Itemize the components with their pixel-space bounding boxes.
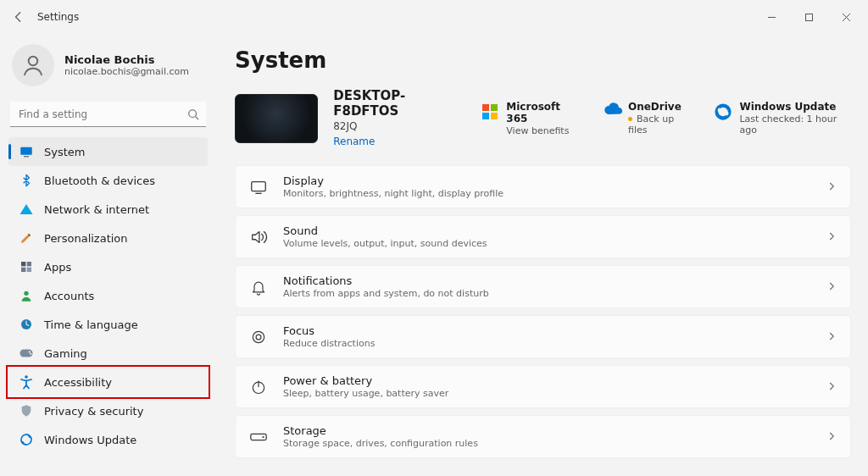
page-title: System	[235, 47, 851, 73]
sidebar: Nicolae Bochis nicolae.bochis@gmail.com …	[0, 34, 216, 476]
svg-point-27	[256, 335, 261, 340]
sound-icon	[249, 228, 268, 246]
card-title: Sound	[283, 224, 811, 237]
profile[interactable]: Nicolae Bochis nicolae.bochis@gmail.com	[8, 39, 208, 98]
minimize-button[interactable]	[753, 3, 790, 30]
tile-subtitle: Back up files	[628, 113, 692, 136]
main-content: System DESKTOP-F8DFTOS 82JQ Rename Micro…	[216, 34, 868, 476]
device-model: 82JQ	[333, 120, 465, 132]
sidebar-item-label: Personalization	[44, 232, 128, 245]
sidebar-item-label: Apps	[44, 261, 71, 274]
power-icon	[249, 378, 268, 396]
card-title: Notifications	[283, 274, 811, 287]
svg-rect-19	[482, 104, 489, 111]
sidebar-item-label: Gaming	[44, 347, 87, 360]
rename-link[interactable]: Rename	[333, 136, 375, 147]
svg-rect-7	[24, 156, 29, 157]
windows-update-icon	[714, 102, 732, 121]
svg-rect-10	[21, 268, 25, 272]
accounts-icon	[19, 288, 34, 303]
search-icon	[187, 108, 199, 124]
close-button[interactable]	[827, 3, 865, 30]
window-title: Settings	[37, 11, 79, 23]
sidebar-item-bluetooth[interactable]: Bluetooth & devices	[8, 166, 208, 195]
display-icon	[249, 178, 268, 196]
tile-subtitle: View benefits	[506, 125, 581, 136]
svg-rect-11	[27, 268, 31, 272]
card-focus[interactable]: FocusReduce distractions	[235, 315, 851, 358]
card-notifications[interactable]: NotificationsAlerts from apps and system…	[235, 265, 851, 308]
card-storage[interactable]: StorageStorage space, drives, configurat…	[235, 415, 851, 458]
sidebar-item-privacy[interactable]: Privacy & security	[8, 396, 208, 425]
svg-rect-21	[482, 113, 489, 119]
svg-rect-1	[805, 14, 812, 20]
maximize-button[interactable]	[790, 3, 827, 30]
card-sound[interactable]: SoundVolume levels, output, input, sound…	[235, 215, 851, 258]
personalization-icon	[19, 230, 34, 246]
card-power[interactable]: Power & batterySleep, battery usage, bat…	[235, 365, 851, 408]
svg-rect-20	[491, 104, 498, 111]
chevron-right-icon	[826, 279, 837, 295]
card-subtitle: Volume levels, output, input, sound devi…	[283, 238, 811, 249]
sidebar-item-network[interactable]: Network & internet	[8, 195, 208, 224]
wifi-icon	[19, 202, 34, 217]
sidebar-item-label: Privacy & security	[44, 405, 143, 418]
back-button[interactable]	[3, 2, 34, 32]
attention-dot	[628, 117, 632, 121]
svg-line-4	[196, 117, 199, 120]
chevron-right-icon	[826, 379, 837, 395]
shield-icon	[19, 403, 34, 418]
card-display[interactable]: DisplayMonitors, brightness, night light…	[235, 165, 851, 208]
card-subtitle: Alerts from apps and system, do not dist…	[283, 288, 811, 299]
apps-icon	[19, 259, 34, 274]
sidebar-item-label: Network & internet	[44, 203, 149, 216]
card-subtitle: Monitors, brightness, night light, displ…	[283, 188, 811, 199]
tile-microsoft-365[interactable]: Microsoft 365 View benefits	[481, 101, 581, 136]
svg-point-31	[262, 435, 264, 437]
tile-title: OneDrive	[628, 101, 692, 113]
sidebar-item-time[interactable]: Time & language	[8, 310, 208, 339]
onedrive-icon	[603, 102, 621, 121]
time-icon	[19, 317, 34, 332]
storage-icon	[249, 428, 268, 446]
sidebar-item-update[interactable]: Windows Update	[8, 425, 208, 454]
ms365-icon	[481, 102, 499, 121]
chevron-right-icon	[826, 179, 837, 195]
focus-icon	[249, 328, 268, 346]
card-title: Storage	[283, 424, 811, 437]
card-subtitle: Reduce distractions	[283, 338, 811, 349]
svg-rect-22	[491, 113, 498, 119]
chevron-right-icon	[826, 229, 837, 245]
svg-point-12	[24, 291, 28, 296]
sidebar-item-accessibility[interactable]: Accessibility	[8, 368, 208, 396]
card-title: Display	[283, 174, 811, 187]
sidebar-item-label: Time & language	[44, 318, 138, 331]
svg-point-26	[253, 331, 264, 342]
sidebar-item-system[interactable]: System	[8, 137, 208, 166]
window-controls	[753, 3, 865, 30]
card-title: Power & battery	[283, 374, 811, 387]
tile-windows-update[interactable]: Windows Update Last checked: 1 hour ago	[714, 101, 851, 136]
svg-rect-5	[20, 147, 32, 155]
search-input[interactable]	[10, 102, 206, 127]
sidebar-item-accounts[interactable]: Accounts	[8, 281, 208, 310]
bell-icon	[249, 278, 268, 296]
sidebar-item-gaming[interactable]: Gaming	[8, 339, 208, 368]
sidebar-item-label: Accounts	[44, 290, 94, 302]
device-name: DESKTOP-F8DFTOS	[333, 88, 465, 119]
sidebar-item-label: Accessibility	[44, 376, 112, 389]
sidebar-item-personalization[interactable]: Personalization	[8, 224, 208, 252]
system-icon	[19, 144, 34, 159]
card-subtitle: Storage space, drives, configuration rul…	[283, 438, 811, 449]
device-thumbnail	[235, 94, 318, 143]
card-title: Focus	[283, 324, 811, 337]
tile-onedrive[interactable]: OneDrive Back up files	[603, 101, 692, 136]
sidebar-item-apps[interactable]: Apps	[8, 252, 208, 281]
chevron-right-icon	[826, 429, 837, 445]
svg-point-17	[25, 375, 28, 379]
svg-point-15	[29, 351, 31, 352]
device-summary: DESKTOP-F8DFTOS 82JQ Rename Microsoft 36…	[235, 88, 851, 148]
sidebar-item-label: Windows Update	[44, 434, 136, 446]
svg-rect-24	[252, 181, 266, 191]
profile-email: nicolae.bochis@gmail.com	[64, 66, 189, 77]
